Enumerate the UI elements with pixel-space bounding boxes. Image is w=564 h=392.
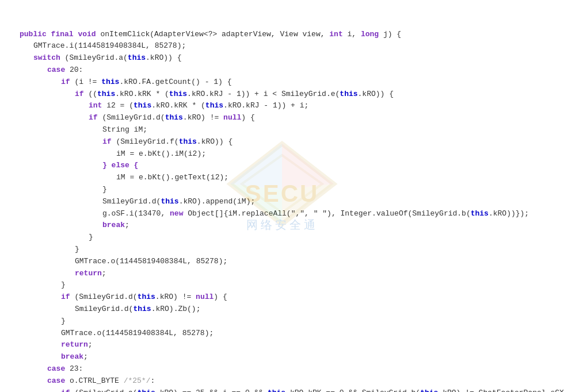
code-line: }: [6, 279, 558, 291]
code-block: public final void onItemClick(AdapterVie…: [0, 0, 564, 392]
token-plain: ;: [83, 352, 88, 361]
code-line: int i2 = (this.kRO.kRK * (this.kRO.kRJ -…: [6, 100, 558, 112]
token-kw: return: [75, 269, 102, 278]
token-plain: ;: [88, 340, 93, 349]
token-kw: case: [47, 66, 65, 74]
code-line: if (SmileyGrid.a(this.kRO) == 25 && i ==…: [6, 387, 558, 393]
token-plain: GMTrace.i(11445819408384L, 85278);: [33, 41, 186, 50]
code-line: if (i != this.kRO.FA.getCount() - 1) {: [6, 76, 558, 89]
token-plain: }: [61, 317, 66, 325]
token-kw: if: [61, 293, 70, 301]
code-line: return;: [6, 339, 558, 351]
token-kw2: this: [133, 305, 151, 313]
token-kw2: this: [268, 389, 285, 393]
code-line: if (SmileyGrid.d(this.kRO) != null) {: [6, 291, 558, 303]
code-line: case 23:: [6, 363, 558, 375]
token-kw2: this: [97, 90, 115, 98]
token-plain: i,: [343, 30, 361, 39]
token-plain: .kRO)) {: [197, 137, 233, 146]
token-kw2: this: [471, 209, 489, 218]
token-plain: 20:: [65, 66, 83, 74]
code-line: case o.CTRL_BYTE /*25*/:: [6, 375, 558, 387]
token-kw: new: [170, 209, 183, 218]
token-plain: .kRO))});: [489, 209, 529, 218]
token-kw: if: [61, 78, 70, 86]
token-kw: if: [75, 90, 84, 98]
token-kw: case: [47, 364, 65, 373]
code-line: }: [6, 316, 558, 328]
code-line: SmileyGrid.d(this.kRO).Zb();: [6, 303, 558, 316]
token-kw: if: [61, 389, 70, 393]
token-plain: ) {: [214, 293, 227, 301]
token-kw2: this: [161, 197, 178, 206]
token-kw2: this: [205, 101, 223, 110]
code-line: break;: [6, 351, 558, 363]
code-line: }: [6, 184, 558, 196]
token-plain: }: [75, 245, 79, 253]
code-line: GMTrace.o(11445819408384L, 85278);: [6, 328, 558, 340]
token-plain: SmileyGrid.d(: [102, 197, 161, 206]
token-plain: .kRO) !=: [155, 293, 196, 301]
token-kw: null: [196, 293, 214, 301]
code-line: public final void onItemClick(AdapterVie…: [6, 29, 558, 41]
token-kw: int: [329, 30, 342, 39]
token-kw: int: [89, 101, 102, 110]
code-line: case 20:: [6, 64, 558, 76]
token-plain: .kRO) != ChatFooterPanel.sGX) {: [438, 389, 564, 393]
token-plain: .kRO) == 25 && i == 0 &&: [155, 389, 268, 393]
token-plain: .kRO.kRK * (: [151, 101, 205, 110]
token-plain: (SmileyGrid.f(: [112, 137, 179, 146]
token-plain: ) {: [241, 113, 254, 122]
token-kw2: this: [101, 78, 119, 86]
code-line: switch (SmileyGrid.a(this.kRO)) {: [6, 52, 558, 64]
token-kw: break: [61, 352, 83, 361]
token-plain: :: [150, 376, 155, 385]
code-line: String iM;: [6, 124, 558, 136]
code-line: SmileyGrid.d(this.kRO).append(iM);: [6, 196, 558, 208]
code-line: }: [6, 244, 558, 256]
code-line: GMTrace.i(11445819408384L, 85278);: [6, 40, 558, 52]
token-plain: onItemClick(AdapterView<?> adapterView, …: [96, 30, 330, 39]
code-line: iM = e.bKt().getText(i2);: [6, 172, 558, 184]
token-plain: .kRO).append(iM);: [179, 197, 256, 206]
token-plain: ;: [102, 269, 106, 278]
token-kw2: this: [169, 90, 187, 98]
token-plain: ;: [125, 221, 129, 229]
token-kw: public final void: [20, 30, 96, 39]
token-plain: .kRO)) {: [146, 53, 181, 62]
token-plain: .kRO.FA.getCount() - 1) {: [119, 78, 231, 86]
token-plain: .kRO.kRK * (: [115, 90, 169, 98]
code-line: }: [6, 232, 558, 244]
token-plain: .kRO) !=: [183, 113, 223, 122]
token-plain: iM = e.bKt().iM(i2);: [116, 149, 206, 158]
token-plain: ((: [84, 90, 97, 98]
token-kw: return: [61, 340, 88, 349]
token-plain: .kRO.kRK == 0 && SmileyGrid.b(: [285, 389, 420, 393]
token-plain: GMTrace.o(11445819408384L, 85278);: [61, 329, 214, 337]
token-kw2: this: [420, 389, 438, 393]
code-line: } else {: [6, 160, 558, 172]
token-kw2: this: [134, 101, 151, 110]
code-line: if (SmileyGrid.d(this.kRO) != null) {: [6, 112, 558, 124]
token-plain: Object[]{iM.replaceAll(",", " "), Intege…: [183, 209, 470, 218]
token-plain: .kRO).Zb();: [151, 305, 201, 313]
token-cm: /*25*/: [124, 376, 151, 385]
token-plain: }: [102, 185, 107, 194]
code-line: break;: [6, 220, 558, 232]
token-kw: if: [89, 113, 98, 122]
token-kw: } else {: [102, 161, 138, 170]
token-plain: String iM;: [102, 125, 147, 134]
token-kw: long: [361, 30, 379, 39]
token-plain: GMTrace.o(11445819408384L, 85278);: [75, 257, 227, 266]
token-kw2: this: [138, 293, 155, 301]
token-kw: null: [223, 113, 241, 122]
token-plain: g.oSF.i(13470,: [102, 209, 170, 218]
token-kw2: this: [128, 53, 146, 62]
token-kw: break: [102, 221, 125, 229]
token-plain: iM = e.bKt().getText(i2);: [116, 173, 228, 182]
code-line: return;: [6, 268, 558, 280]
token-plain: (i !=: [70, 78, 102, 86]
token-plain: (SmileyGrid.a(: [70, 389, 138, 393]
token-plain: j) {: [379, 30, 401, 39]
token-plain: (SmileyGrid.d(: [70, 293, 138, 301]
